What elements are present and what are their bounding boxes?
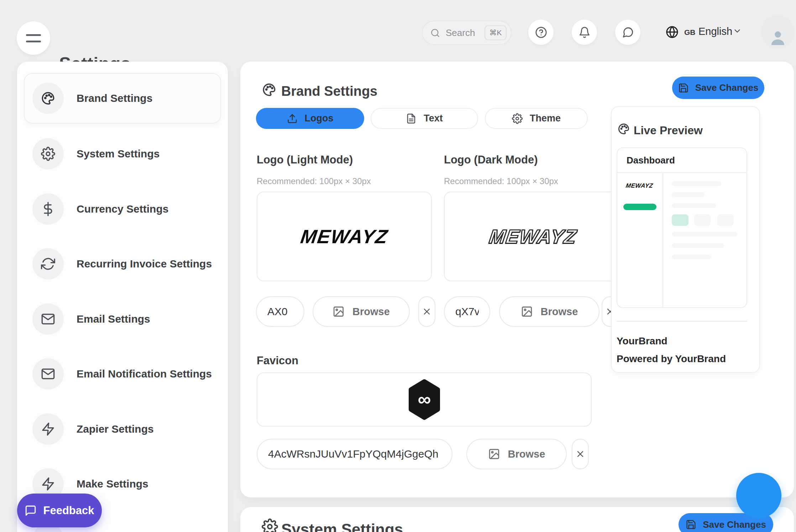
system-settings-panel: System Settings Save Changes (240, 507, 794, 532)
preview-powered-by: Powered by YourBrand (617, 353, 726, 365)
skeleton-block-mint (672, 214, 688, 226)
skeleton-line (672, 181, 721, 186)
divider (617, 321, 747, 322)
feedback-label: Feedback (43, 504, 94, 517)
language-selector[interactable] (666, 26, 679, 38)
search-icon (430, 28, 440, 38)
sidebar-item-label: System Settings (77, 148, 159, 160)
save-changes-button[interactable]: Save Changes (672, 77, 764, 99)
skeleton-line (672, 232, 737, 236)
zap-icon (41, 477, 55, 491)
keyboard-shortcut-badge: ⌘K (485, 25, 507, 40)
language-label[interactable]: English (698, 26, 732, 37)
sidebar-item-recurring-invoice-settings[interactable]: Recurring Invoice Settings (17, 239, 228, 289)
sidebar-item-brand-settings[interactable]: Brand Settings (17, 73, 228, 124)
preview-brand-name: YourBrand (617, 335, 667, 347)
sidebar-item-system-settings[interactable]: System Settings (17, 129, 228, 179)
sidebar-item-email-settings[interactable]: Email Settings (17, 294, 228, 344)
menu-button[interactable] (17, 21, 50, 55)
save-icon (686, 519, 696, 530)
logo-light-dropzone[interactable]: MEWAYZ (257, 192, 432, 281)
favicon-value-field[interactable] (257, 439, 452, 469)
sidebar-item-label: Zapier Settings (77, 423, 154, 435)
user-icon (768, 27, 788, 48)
logo-dark-heading: Logo (Dark Mode) (444, 153, 538, 166)
favicon-image: ∞ (407, 379, 442, 421)
save-icon (678, 83, 689, 93)
chat-icon (622, 26, 634, 38)
language-code: GB (684, 28, 696, 37)
close-icon (575, 449, 585, 459)
sidebar-item-zapier-settings[interactable]: Zapier Settings (17, 404, 228, 454)
image-icon (332, 306, 345, 318)
sidebar-item-currency-settings[interactable]: Currency Settings (17, 184, 228, 234)
settings-sidebar: Brand Settings System Settings Currency … (17, 62, 228, 532)
logo-light-heading: Logo (Light Mode) (257, 153, 353, 166)
search-input[interactable] (445, 27, 478, 39)
file-text-icon (406, 113, 417, 124)
logo-light-browse-button[interactable]: Browse (313, 296, 410, 327)
user-avatar[interactable] (761, 15, 795, 49)
mail-icon (41, 312, 55, 326)
favicon-dropzone[interactable]: ∞ (257, 372, 592, 427)
preview-window: Dashboard MEWAYZ (617, 147, 747, 308)
feedback-button[interactable]: Feedback (17, 494, 102, 527)
skeleton-line (672, 192, 705, 197)
tab-theme[interactable]: Theme (485, 108, 588, 129)
notifications-button[interactable] (572, 20, 597, 45)
floating-action-button[interactable] (736, 473, 781, 518)
image-icon (488, 448, 500, 460)
skeleton-line (672, 255, 711, 259)
gear-icon (512, 113, 523, 124)
close-icon (422, 307, 432, 317)
logo-light-clear-button[interactable] (418, 296, 435, 327)
favicon-clear-button[interactable] (572, 439, 589, 469)
preview-logo: MEWAYZ (625, 182, 654, 189)
refresh-icon (41, 257, 55, 271)
logo-dark-image: MEWAYZ (488, 225, 578, 247)
sidebar-item-label: Currency Settings (77, 203, 168, 215)
chevron-down-icon[interactable] (733, 26, 742, 36)
mail-icon (41, 367, 55, 381)
dollar-icon (41, 202, 55, 216)
menu-icon (26, 34, 41, 36)
logo-dark-recommended: Recommended: 100px × 30px (444, 176, 558, 186)
logo-light-recommended: Recommended: 100px × 30px (257, 176, 371, 186)
infinity-glyph: ∞ (418, 389, 431, 410)
skeleton-line (672, 203, 716, 208)
preview-accent-pill (623, 204, 656, 210)
palette-icon (617, 122, 630, 135)
favicon-heading: Favicon (257, 354, 298, 367)
palette-icon (41, 91, 56, 106)
logo-dark-value-field[interactable] (444, 296, 490, 327)
sidebar-item-label: Brand Settings (77, 92, 152, 104)
sidebar-item-label: Email Settings (77, 313, 150, 325)
tab-text[interactable]: Text (371, 108, 478, 129)
skeleton-line (672, 243, 724, 248)
help-button[interactable] (528, 20, 554, 45)
preview-divider (663, 173, 663, 307)
skeleton-block (717, 214, 734, 226)
help-icon (535, 26, 547, 38)
upload-icon (287, 113, 298, 124)
globe-icon (666, 26, 679, 38)
preview-window-title: Dashboard (617, 148, 747, 173)
sidebar-item-email-notification-settings[interactable]: Email Notification Settings (17, 349, 228, 399)
tab-logos[interactable]: Logos (256, 108, 364, 129)
logo-light-image: MEWAYZ (299, 225, 389, 247)
logo-dark-dropzone[interactable]: MEWAYZ (444, 192, 622, 281)
live-preview-title: Live Preview (634, 124, 703, 137)
search-box[interactable]: ⌘K (422, 21, 512, 45)
gear-icon (262, 518, 278, 532)
skeleton-block (694, 214, 711, 226)
palette-icon (262, 82, 277, 97)
favicon-browse-button[interactable]: Browse (466, 439, 567, 469)
messages-button[interactable] (615, 20, 640, 45)
logo-light-value-field[interactable] (256, 296, 304, 327)
zap-icon (41, 422, 55, 436)
logo-dark-browse-button[interactable]: Browse (499, 296, 599, 327)
sidebar-item-label: Make Settings (77, 478, 148, 490)
bell-icon (578, 26, 591, 38)
system-settings-title: System Settings (281, 521, 403, 532)
feedback-chat-icon (25, 505, 37, 517)
